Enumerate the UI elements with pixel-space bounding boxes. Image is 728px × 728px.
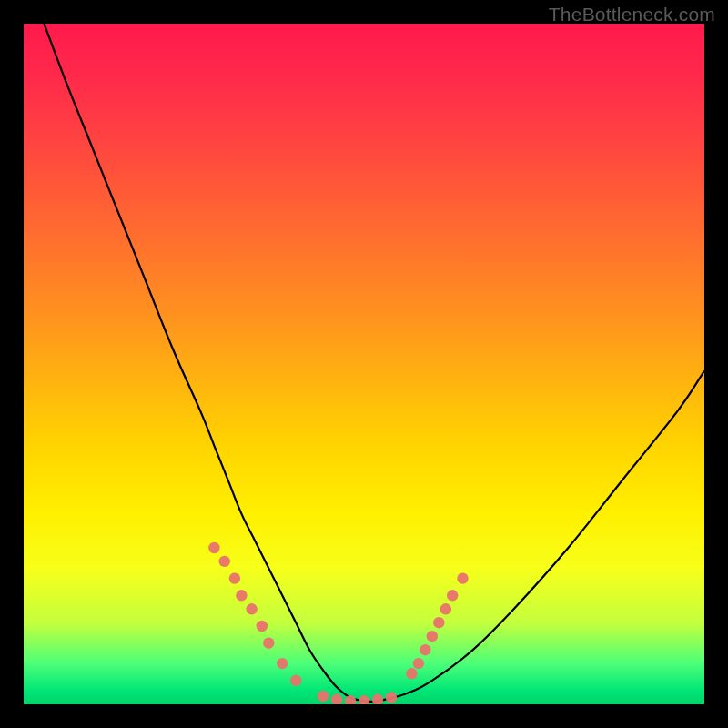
data-marker [345, 695, 356, 704]
watermark-text: TheBottleneck.com [549, 4, 715, 25]
data-marker [413, 658, 424, 669]
data-marker [219, 556, 230, 567]
data-marker [290, 675, 301, 686]
chart-frame: TheBottleneck.com [0, 0, 728, 728]
data-marker [246, 603, 257, 614]
data-marker [257, 621, 268, 632]
data-marker [447, 590, 458, 601]
data-marker [229, 572, 240, 583]
data-marker [372, 694, 383, 704]
data-marker [406, 668, 417, 679]
data-marker [236, 590, 247, 601]
bottleneck-curve-svg [24, 24, 704, 704]
bottleneck-curve [44, 24, 704, 702]
data-marker [433, 617, 444, 628]
data-marker [440, 603, 451, 614]
data-marker [208, 542, 219, 553]
data-marker [277, 658, 288, 669]
data-marker [263, 638, 274, 649]
data-marker [427, 631, 438, 642]
data-marker [331, 694, 342, 704]
data-marker [386, 692, 397, 703]
data-markers [208, 542, 469, 704]
data-marker [457, 572, 468, 583]
data-marker [318, 691, 329, 702]
data-marker [420, 644, 430, 655]
data-marker [359, 695, 369, 704]
plot-area [24, 24, 704, 704]
